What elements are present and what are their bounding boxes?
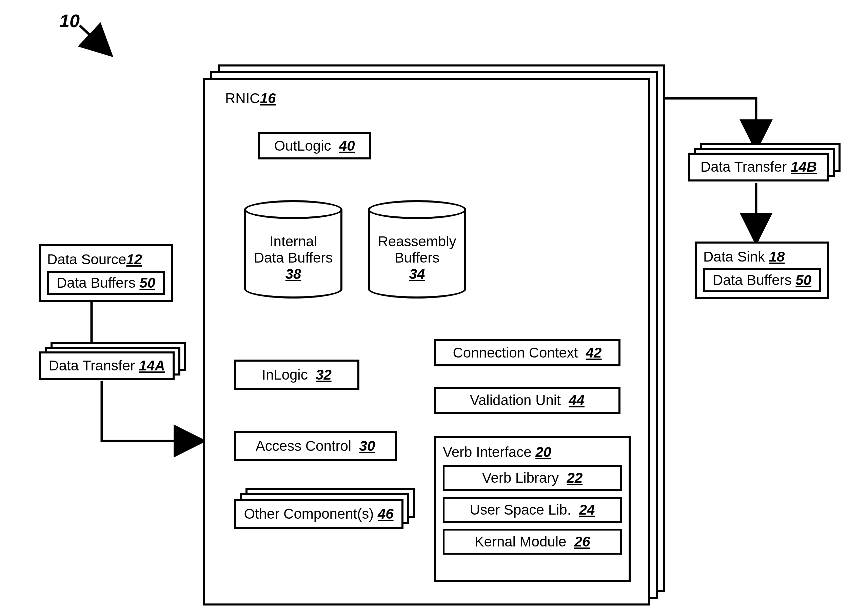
conn-ctx-ref: 42 xyxy=(586,345,602,361)
verb-library-ref: 22 xyxy=(567,470,583,486)
svg-line-0 xyxy=(79,25,109,53)
rnic-ref: 16 xyxy=(260,90,276,106)
kernal-module-box: Kernal Module 26 xyxy=(443,529,622,555)
data-transfer-left-box: Data Transfer 14A xyxy=(39,351,175,380)
validation-label: Validation Unit xyxy=(470,392,561,408)
reassembly-ref: 34 xyxy=(409,266,425,282)
other-components-box: Other Component(s) 46 xyxy=(234,499,404,529)
data-buffers-right-ref: 50 xyxy=(795,272,811,288)
user-space-lib-label: User Space Lib. xyxy=(470,502,571,518)
user-space-lib-box: User Space Lib. 24 xyxy=(443,497,622,523)
inlogic-box: InLogic 32 xyxy=(234,359,359,390)
user-space-lib-ref: 24 xyxy=(579,502,595,518)
data-transfer-left-ref: 14A xyxy=(139,357,165,373)
reassembly-line1: Reassembly xyxy=(378,233,456,249)
internal-buffers-line1: Internal xyxy=(270,233,317,249)
rnic-label: RNIC16 xyxy=(225,90,276,106)
data-source-ref: 12 xyxy=(126,251,142,267)
access-control-label: Access Control xyxy=(256,438,351,454)
access-control-ref: 30 xyxy=(359,438,376,454)
data-transfer-right-box: Data Transfer 14B xyxy=(688,153,829,181)
verb-interface-ref: 20 xyxy=(535,444,551,460)
kernal-module-label: Kernal Module xyxy=(475,534,567,549)
conn-ctx-label: Connection Context xyxy=(453,345,578,361)
data-buffers-left-box: Data Buffers 50 xyxy=(47,271,165,295)
validation-unit-box: Validation Unit 44 xyxy=(434,387,620,414)
figure-ref: 10 xyxy=(59,10,79,31)
data-transfer-right-label: Data Transfer xyxy=(701,159,787,175)
data-buffers-left-label: Data Buffers xyxy=(57,275,136,291)
other-components-label: Other Component(s) xyxy=(244,506,374,522)
internal-data-buffers: Internal Data Buffers 38 xyxy=(244,200,343,298)
verb-library-label: Verb Library xyxy=(482,470,559,486)
data-sink-box: Data Sink 18 Data Buffers 50 xyxy=(695,242,829,299)
rnic-label-text: RNIC xyxy=(225,90,260,106)
other-components-ref: 46 xyxy=(378,506,394,522)
outlogic-label: OutLogic 40 xyxy=(274,138,355,154)
data-buffers-right-label: Data Buffers xyxy=(713,272,792,288)
validation-ref: 44 xyxy=(569,392,584,408)
data-source-box: Data Source12 Data Buffers 50 xyxy=(39,244,173,302)
reassembly-buffers: Reassembly Buffers 34 xyxy=(368,200,466,298)
inlogic-ref: 32 xyxy=(316,367,332,382)
inlogic-label: InLogic xyxy=(262,367,307,382)
data-source-label: Data Source xyxy=(47,251,126,267)
data-transfer-left-label: Data Transfer xyxy=(48,357,135,373)
verb-interface-box: Verb Interface 20 Verb Library 22 User S… xyxy=(434,436,631,582)
data-buffers-right-box: Data Buffers 50 xyxy=(703,268,821,292)
data-buffers-left-ref: 50 xyxy=(139,275,155,291)
outlogic-box: OutLogic 40 xyxy=(258,132,371,159)
data-sink-ref: 18 xyxy=(769,249,785,265)
internal-buffers-line2: Data Buffers xyxy=(254,250,333,265)
access-control-box: Access Control 30 xyxy=(234,431,397,461)
data-sink-label: Data Sink xyxy=(703,249,765,265)
verb-interface-label: Verb Interface xyxy=(443,444,531,460)
reassembly-line2: Buffers xyxy=(395,250,439,265)
verb-library-box: Verb Library 22 xyxy=(443,465,622,491)
kernal-module-ref: 26 xyxy=(574,534,590,549)
internal-buffers-ref: 38 xyxy=(285,266,301,282)
connection-context-box: Connection Context 42 xyxy=(434,339,620,366)
data-transfer-right-ref: 14B xyxy=(791,159,817,175)
